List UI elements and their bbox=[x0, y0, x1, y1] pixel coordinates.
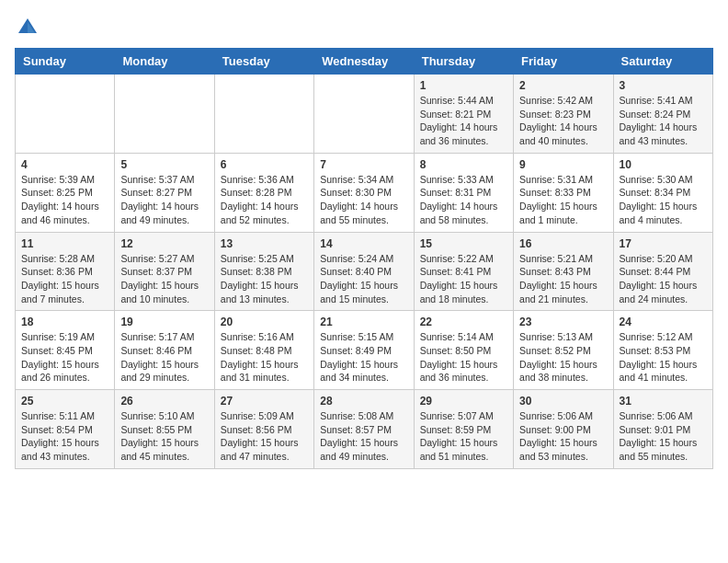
day-info: Sunrise: 5:41 AMSunset: 8:24 PMDaylight:… bbox=[620, 94, 707, 148]
calendar-cell: 26Sunrise: 5:10 AMSunset: 8:55 PMDayligh… bbox=[115, 390, 214, 469]
day-info: Sunrise: 5:31 AMSunset: 8:33 PMDaylight:… bbox=[519, 173, 607, 227]
day-number: 3 bbox=[620, 79, 707, 92]
day-number: 26 bbox=[120, 395, 208, 408]
day-info: Sunrise: 5:25 AMSunset: 8:38 PMDaylight:… bbox=[221, 252, 308, 306]
day-number: 6 bbox=[221, 158, 308, 171]
calendar-cell: 15Sunrise: 5:22 AMSunset: 8:41 PMDayligh… bbox=[414, 232, 513, 311]
day-info: Sunrise: 5:15 AMSunset: 8:49 PMDaylight:… bbox=[320, 330, 407, 385]
day-info: Sunrise: 5:37 AMSunset: 8:27 PMDaylight:… bbox=[120, 173, 208, 227]
day-info: Sunrise: 5:42 AMSunset: 8:23 PMDaylight:… bbox=[519, 94, 607, 148]
calendar-cell: 1Sunrise: 5:44 AMSunset: 8:21 PMDaylight… bbox=[414, 75, 513, 154]
day-info: Sunrise: 5:21 AMSunset: 8:43 PMDaylight:… bbox=[519, 252, 607, 306]
day-info: Sunrise: 5:17 AMSunset: 8:46 PMDaylight:… bbox=[120, 330, 208, 385]
day-info: Sunrise: 5:36 AMSunset: 8:28 PMDaylight:… bbox=[221, 173, 308, 227]
day-info: Sunrise: 5:08 AMSunset: 8:57 PMDaylight:… bbox=[320, 409, 407, 464]
day-info: Sunrise: 5:28 AMSunset: 8:36 PMDaylight:… bbox=[21, 252, 108, 306]
calendar-cell: 20Sunrise: 5:16 AMSunset: 8:48 PMDayligh… bbox=[214, 311, 313, 390]
day-info: Sunrise: 5:06 AMSunset: 9:00 PMDaylight:… bbox=[519, 409, 607, 464]
calendar-cell: 6Sunrise: 5:36 AMSunset: 8:28 PMDaylight… bbox=[214, 153, 313, 232]
calendar-cell: 17Sunrise: 5:20 AMSunset: 8:44 PMDayligh… bbox=[613, 232, 712, 311]
day-number: 9 bbox=[519, 158, 607, 171]
day-number: 10 bbox=[620, 158, 707, 171]
day-number: 29 bbox=[420, 395, 507, 408]
day-number: 19 bbox=[120, 316, 208, 328]
calendar-cell: 5Sunrise: 5:37 AMSunset: 8:27 PMDaylight… bbox=[115, 153, 214, 232]
calendar-cell: 10Sunrise: 5:30 AMSunset: 8:34 PMDayligh… bbox=[613, 153, 712, 232]
calendar-cell: 7Sunrise: 5:34 AMSunset: 8:30 PMDaylight… bbox=[314, 153, 414, 232]
calendar-cell: 24Sunrise: 5:12 AMSunset: 8:53 PMDayligh… bbox=[613, 311, 712, 390]
calendar-cell: 8Sunrise: 5:33 AMSunset: 8:31 PMDaylight… bbox=[414, 153, 513, 232]
calendar-week-row: 18Sunrise: 5:19 AMSunset: 8:45 PMDayligh… bbox=[16, 311, 713, 390]
day-info: Sunrise: 5:12 AMSunset: 8:53 PMDaylight:… bbox=[620, 330, 707, 385]
calendar-cell: 22Sunrise: 5:14 AMSunset: 8:50 PMDayligh… bbox=[414, 311, 513, 390]
day-number: 21 bbox=[320, 316, 407, 328]
calendar-cell: 11Sunrise: 5:28 AMSunset: 8:36 PMDayligh… bbox=[16, 232, 115, 311]
day-header-monday: Monday bbox=[115, 49, 214, 75]
day-header-tuesday: Tuesday bbox=[214, 49, 313, 75]
day-info: Sunrise: 5:13 AMSunset: 8:52 PMDaylight:… bbox=[519, 330, 607, 385]
day-info: Sunrise: 5:14 AMSunset: 8:50 PMDaylight:… bbox=[420, 330, 507, 385]
day-number: 5 bbox=[120, 158, 208, 171]
calendar-cell: 29Sunrise: 5:07 AMSunset: 8:59 PMDayligh… bbox=[414, 390, 513, 469]
day-info: Sunrise: 5:34 AMSunset: 8:30 PMDaylight:… bbox=[320, 173, 407, 227]
day-number: 18 bbox=[21, 316, 108, 328]
day-info: Sunrise: 5:19 AMSunset: 8:45 PMDaylight:… bbox=[21, 330, 108, 385]
calendar-cell: 30Sunrise: 5:06 AMSunset: 9:00 PMDayligh… bbox=[514, 390, 613, 469]
day-number: 25 bbox=[21, 395, 108, 408]
calendar-cell bbox=[214, 75, 313, 154]
day-info: Sunrise: 5:39 AMSunset: 8:25 PMDaylight:… bbox=[21, 173, 108, 227]
day-number: 30 bbox=[519, 395, 607, 408]
day-number: 24 bbox=[620, 316, 707, 328]
day-info: Sunrise: 5:09 AMSunset: 8:56 PMDaylight:… bbox=[221, 409, 308, 464]
day-number: 2 bbox=[519, 79, 607, 92]
calendar-week-row: 11Sunrise: 5:28 AMSunset: 8:36 PMDayligh… bbox=[16, 232, 713, 311]
day-info: Sunrise: 5:24 AMSunset: 8:40 PMDaylight:… bbox=[320, 252, 407, 306]
day-info: Sunrise: 5:11 AMSunset: 8:54 PMDaylight:… bbox=[21, 409, 108, 464]
day-number: 17 bbox=[620, 237, 707, 250]
day-number: 27 bbox=[221, 395, 308, 408]
calendar-cell: 4Sunrise: 5:39 AMSunset: 8:25 PMDaylight… bbox=[16, 153, 115, 232]
calendar-cell bbox=[115, 75, 214, 154]
calendar-cell: 2Sunrise: 5:42 AMSunset: 8:23 PMDaylight… bbox=[514, 75, 613, 154]
day-number: 23 bbox=[519, 316, 607, 328]
day-info: Sunrise: 5:33 AMSunset: 8:31 PMDaylight:… bbox=[420, 173, 507, 227]
day-number: 14 bbox=[320, 237, 407, 250]
day-info: Sunrise: 5:22 AMSunset: 8:41 PMDaylight:… bbox=[420, 252, 507, 306]
day-number: 13 bbox=[221, 237, 308, 250]
calendar-cell: 12Sunrise: 5:27 AMSunset: 8:37 PMDayligh… bbox=[115, 232, 214, 311]
day-number: 7 bbox=[320, 158, 407, 171]
calendar-cell: 19Sunrise: 5:17 AMSunset: 8:46 PMDayligh… bbox=[115, 311, 214, 390]
page-header bbox=[15, 15, 713, 40]
day-number: 11 bbox=[21, 237, 108, 250]
day-header-wednesday: Wednesday bbox=[314, 49, 414, 75]
day-header-saturday: Saturday bbox=[613, 49, 712, 75]
day-number: 1 bbox=[420, 79, 507, 92]
day-number: 22 bbox=[420, 316, 507, 328]
calendar-cell: 14Sunrise: 5:24 AMSunset: 8:40 PMDayligh… bbox=[314, 232, 414, 311]
day-header-friday: Friday bbox=[514, 49, 613, 75]
logo bbox=[15, 15, 44, 40]
day-header-sunday: Sunday bbox=[16, 49, 115, 75]
calendar-cell: 25Sunrise: 5:11 AMSunset: 8:54 PMDayligh… bbox=[16, 390, 115, 469]
calendar-cell: 28Sunrise: 5:08 AMSunset: 8:57 PMDayligh… bbox=[314, 390, 414, 469]
calendar-cell: 27Sunrise: 5:09 AMSunset: 8:56 PMDayligh… bbox=[214, 390, 313, 469]
day-info: Sunrise: 5:30 AMSunset: 8:34 PMDaylight:… bbox=[620, 173, 707, 227]
day-info: Sunrise: 5:27 AMSunset: 8:37 PMDaylight:… bbox=[120, 252, 208, 306]
day-info: Sunrise: 5:10 AMSunset: 8:55 PMDaylight:… bbox=[120, 409, 208, 464]
logo-icon bbox=[15, 15, 40, 40]
calendar-cell: 31Sunrise: 5:06 AMSunset: 9:01 PMDayligh… bbox=[613, 390, 712, 469]
calendar-cell: 16Sunrise: 5:21 AMSunset: 8:43 PMDayligh… bbox=[514, 232, 613, 311]
calendar-week-row: 1Sunrise: 5:44 AMSunset: 8:21 PMDaylight… bbox=[16, 75, 713, 154]
day-header-thursday: Thursday bbox=[414, 49, 513, 75]
day-info: Sunrise: 5:20 AMSunset: 8:44 PMDaylight:… bbox=[620, 252, 707, 306]
calendar-week-row: 25Sunrise: 5:11 AMSunset: 8:54 PMDayligh… bbox=[16, 390, 713, 469]
day-info: Sunrise: 5:44 AMSunset: 8:21 PMDaylight:… bbox=[420, 94, 507, 148]
day-info: Sunrise: 5:16 AMSunset: 8:48 PMDaylight:… bbox=[221, 330, 308, 385]
day-number: 16 bbox=[519, 237, 607, 250]
calendar-header-row: SundayMondayTuesdayWednesdayThursdayFrid… bbox=[16, 49, 713, 75]
day-number: 4 bbox=[21, 158, 108, 171]
calendar-cell: 21Sunrise: 5:15 AMSunset: 8:49 PMDayligh… bbox=[314, 311, 414, 390]
day-number: 20 bbox=[221, 316, 308, 328]
day-info: Sunrise: 5:06 AMSunset: 9:01 PMDaylight:… bbox=[620, 409, 707, 464]
calendar-cell: 9Sunrise: 5:31 AMSunset: 8:33 PMDaylight… bbox=[514, 153, 613, 232]
